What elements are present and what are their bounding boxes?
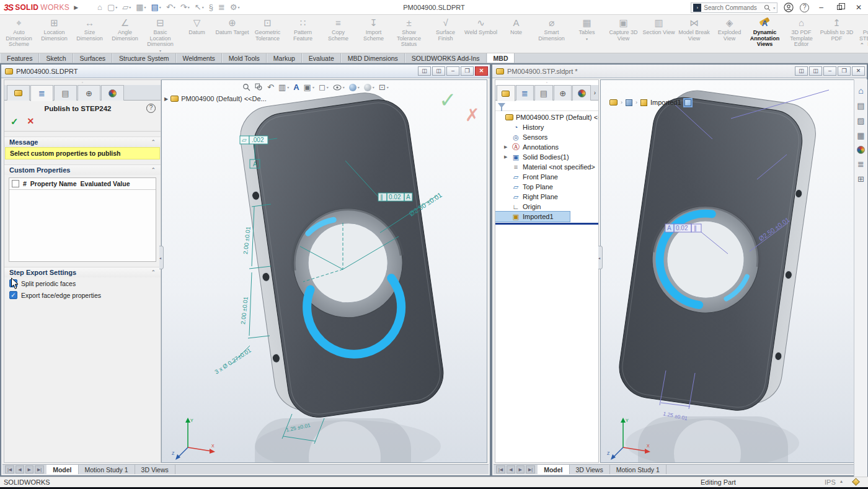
flyout-expand-icon[interactable]: ▶ xyxy=(164,96,168,102)
units-selector[interactable]: IPS xyxy=(825,478,836,486)
ribbon-button-basic-location-dimension[interactable]: ⊟Basic Location Dimension▾ xyxy=(143,16,178,52)
ribbon-button-weld-symbol[interactable]: ∿Weld Symbol xyxy=(463,16,498,52)
selected-body-icon[interactable] xyxy=(684,99,691,106)
expand-icon[interactable]: ▶ xyxy=(504,145,509,150)
ribbon-button-angle-dimension[interactable]: ∠Angle Dimension xyxy=(107,16,143,52)
window-minimize-button[interactable]: – xyxy=(446,66,459,76)
ribbon-button-geometric-tolerance[interactable]: ⊡Geometric Tolerance xyxy=(250,16,285,52)
graphics-viewport-left[interactable]: ▱ .002 A xyxy=(161,79,487,463)
right-window-titlebar[interactable]: PM004900.STP.sldprt * ◫ ◫ – ❒ ✕ xyxy=(492,65,867,78)
help-icon[interactable]: ? xyxy=(800,3,809,12)
rollback-bar[interactable] xyxy=(495,223,598,225)
property-tab[interactable]: ≣ xyxy=(30,85,53,101)
tree-item-sensors[interactable]: ◎Sensors xyxy=(495,132,598,142)
tree-root-item[interactable]: PM004900.STP (Default) <<Default>_D xyxy=(495,112,598,122)
tab-markup[interactable]: Markup xyxy=(267,53,302,63)
ribbon-button-datum-target[interactable]: ⊕Datum Target xyxy=(215,16,250,52)
bottom-tab-model[interactable]: Model xyxy=(46,465,78,474)
zoom-area-icon[interactable] xyxy=(255,83,263,91)
appearances-icon[interactable] xyxy=(857,146,865,154)
first-tab-icon[interactable]: |◀ xyxy=(5,465,14,473)
configuration-tab[interactable]: ▤ xyxy=(534,85,553,101)
bottom-tab-motion-study-1[interactable]: Motion Study 1 xyxy=(79,465,135,474)
properties-icon[interactable]: ≣ xyxy=(216,2,227,12)
dropdown-icon[interactable]: ▾ xyxy=(358,85,360,89)
bottom-tab-model[interactable]: Model xyxy=(538,465,569,474)
tree-item-annotations[interactable]: ▶ⒶAnnotations xyxy=(495,142,598,152)
tab-scroll-arrow[interactable]: › xyxy=(591,85,598,100)
collapse-chevron-icon[interactable]: ⌃ xyxy=(151,269,156,276)
home-icon[interactable]: ⌂ xyxy=(95,2,104,12)
brand-expand-arrow[interactable]: ▶ xyxy=(74,4,78,11)
ribbon-button-size-dimension[interactable]: ↔Size Dimension xyxy=(72,16,107,52)
tree-item-solid-bodies-1[interactable]: ▶▣Solid Bodies(1) xyxy=(495,152,598,162)
ribbon-button-location-dimension[interactable]: ⊞Location Dimension xyxy=(37,16,72,52)
ribbon-collapse-chevron[interactable]: ⌃ xyxy=(859,42,864,48)
bottom-tab-3d-views[interactable]: 3D Views xyxy=(135,465,175,474)
ribbon-button-note[interactable]: ANote xyxy=(498,16,534,52)
window-minimize-button[interactable]: – xyxy=(823,66,836,76)
tab-mbd[interactable]: MBD xyxy=(487,53,515,63)
step-export-section-header[interactable]: Step Export Settings ⌃ xyxy=(4,267,161,277)
panel-drag-handle[interactable]: ◦ xyxy=(4,80,161,85)
expand-icon[interactable]: ▶ xyxy=(504,155,509,159)
part-tab[interactable] xyxy=(7,85,30,101)
search-dropdown-icon[interactable]: ▾ xyxy=(773,6,775,10)
dropdown-icon[interactable]: ▾ xyxy=(312,85,314,89)
new-file-icon[interactable]: ▢▾ xyxy=(105,2,119,12)
tile-right-button[interactable]: ◫ xyxy=(432,66,445,76)
custom-properties-icon[interactable]: ≣ xyxy=(857,159,864,169)
flyout-root-label[interactable]: PM004900 (Default) <<De... xyxy=(181,95,267,102)
units-dropdown-icon[interactable]: ▴ xyxy=(840,478,843,484)
part-body[interactable] xyxy=(616,85,820,416)
dimxpert-tab[interactable]: ⊕ xyxy=(554,85,572,101)
selection-breadcrumb[interactable]: › › Imported1 xyxy=(609,99,691,106)
tree-item-history[interactable]: ◔History xyxy=(495,122,598,132)
ribbon-button-section-view[interactable]: ▥Section View xyxy=(641,16,676,52)
holes-callout[interactable]: 3 x Ø 0.27±0.01 xyxy=(213,346,252,375)
view-orientation-icon[interactable]: ▣▾ xyxy=(304,83,314,92)
pm-help-icon[interactable]: ? xyxy=(146,104,156,113)
minimize-button[interactable]: – xyxy=(815,3,827,12)
confirm-cancel-icon[interactable]: ✗ xyxy=(465,105,479,125)
last-tab-icon[interactable]: ▶| xyxy=(35,465,44,473)
dropdown-icon[interactable]: ▾ xyxy=(159,5,161,9)
ribbon-button-capture-3d-view[interactable]: ▣Capture 3D View xyxy=(606,16,641,52)
bottom-tab-3d-views[interactable]: 3D Views xyxy=(570,465,610,474)
dropdown-icon[interactable]: ▾ xyxy=(287,85,289,89)
body-icon[interactable] xyxy=(626,99,632,106)
next-tab-icon[interactable]: ▶ xyxy=(25,465,33,473)
design-library-icon[interactable]: ▤ xyxy=(857,101,864,110)
tab-weldments[interactable]: Weldments xyxy=(176,53,222,63)
dropdown-icon[interactable]: ▾ xyxy=(327,85,329,89)
pm-ok-button[interactable]: ✓ xyxy=(11,116,19,127)
tab-structure-system[interactable]: Structure System xyxy=(112,53,176,63)
panel-drag-handle[interactable]: ◦ xyxy=(495,80,598,85)
file-explorer-icon[interactable]: ▨ xyxy=(857,116,864,125)
message-section-header[interactable]: Message ⌃ xyxy=(4,137,161,147)
tile-left-button[interactable]: ◫ xyxy=(418,66,431,76)
ribbon-button-pattern-feature[interactable]: ∷Pattern Feature xyxy=(285,16,321,52)
options-icon[interactable]: ⚙▾ xyxy=(228,2,242,12)
dropdown-icon[interactable]: ▾ xyxy=(387,85,389,89)
ribbon-button-surface-finish[interactable]: √Surface Finish xyxy=(428,16,463,52)
checkbox-checked-icon[interactable]: ✓ xyxy=(9,291,17,299)
solidworks-resources-icon[interactable]: ⊞ xyxy=(857,174,864,184)
tab-mbd-dimensions[interactable]: MBD Dimensions xyxy=(341,53,405,63)
save-icon[interactable]: ▦▾ xyxy=(134,2,148,12)
configuration-tab[interactable]: ▤ xyxy=(54,85,77,101)
part-tab[interactable] xyxy=(497,85,515,101)
tab-solidworks-add-ins[interactable]: SOLIDWORKS Add-Ins xyxy=(405,53,487,63)
search-icon[interactable] xyxy=(764,4,771,11)
tab-sketch[interactable]: Sketch xyxy=(39,53,73,63)
open-icon[interactable]: ▱▾ xyxy=(120,2,133,12)
breadcrumb-label[interactable]: Imported1 xyxy=(650,99,681,106)
feature-tree-flyout[interactable]: ▶ PM004900 (Default) <<De... xyxy=(164,95,267,102)
dimxpert-tab[interactable]: ⊕ xyxy=(78,85,100,101)
search-input[interactable] xyxy=(704,4,761,11)
filter-icon[interactable] xyxy=(498,103,505,108)
ribbon-button-dynamic-annotation-views[interactable]: ADynamic Annotation Views xyxy=(747,16,782,52)
display-tab[interactable] xyxy=(101,85,124,101)
tree-item-material-not-specified[interactable]: ≡Material <not specified> xyxy=(495,162,598,172)
zoom-fit-icon[interactable] xyxy=(242,83,250,91)
